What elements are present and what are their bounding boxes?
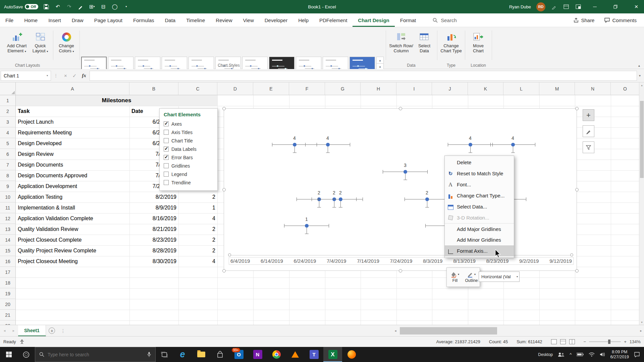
switch-row-column-button[interactable]: Switch Row/ Column bbox=[388, 29, 414, 61]
chart-resize-handle[interactable] bbox=[399, 107, 402, 110]
data-label[interactable]: 4 bbox=[464, 135, 477, 141]
collapse-ribbon-button[interactable]: ▴ bbox=[638, 64, 640, 67]
cell-date-row13[interactable]: 8/21/2019 bbox=[129, 224, 178, 235]
ribbon-tab[interactable]: Insert bbox=[43, 13, 66, 27]
context-menu-item[interactable]: Font... bbox=[445, 179, 514, 190]
gallery-scroll-up-button[interactable]: ▴ bbox=[376, 57, 384, 64]
autosave-pill[interactable]: Off bbox=[25, 4, 38, 9]
row-header-4[interactable]: 4 bbox=[0, 127, 16, 138]
column-header-N[interactable]: N bbox=[575, 82, 611, 95]
row-header-19[interactable]: 19 bbox=[0, 288, 16, 299]
context-menu-item[interactable]: 3-D Rotation... bbox=[445, 212, 514, 223]
cell-date-row10[interactable]: 8/2/2019 bbox=[129, 192, 178, 202]
taskbar-app-edge[interactable]: e bbox=[173, 347, 192, 362]
maximize-helper-icon[interactable] bbox=[575, 3, 582, 11]
checkbox[interactable] bbox=[164, 146, 169, 152]
show-hidden-icons-button[interactable]: ^ bbox=[570, 352, 572, 357]
column-header-O[interactable]: O bbox=[611, 82, 639, 95]
row-header-13[interactable]: 13 bbox=[0, 224, 16, 235]
vertical-scrollbar[interactable]: ▴ ▾ bbox=[639, 82, 644, 325]
cell-value-row16[interactable]: 4 bbox=[178, 256, 217, 267]
x-axis-label[interactable]: 6/14/2019 bbox=[261, 258, 283, 264]
cell-task-row13[interactable]: Quality Validation Review bbox=[16, 224, 129, 235]
sheet-tab-sheet1[interactable]: Sheet1 bbox=[18, 325, 46, 336]
horizontal-scrollbar-track[interactable] bbox=[398, 325, 638, 336]
cancel-entry-button[interactable]: × bbox=[64, 73, 67, 78]
row-header-6[interactable]: 6 bbox=[0, 149, 16, 160]
row-header-7[interactable]: 7 bbox=[0, 160, 16, 170]
column-header-L[interactable]: L bbox=[503, 82, 539, 95]
avatar[interactable]: RD bbox=[536, 2, 545, 11]
ribbon-tab[interactable]: Timeline bbox=[181, 13, 210, 27]
name-box-caret-icon[interactable]: ▾ bbox=[47, 74, 48, 77]
cell-task-row16[interactable]: Project Closeout Meeting bbox=[16, 256, 129, 267]
row-header-9[interactable]: 9 bbox=[0, 181, 16, 192]
row-header-21[interactable]: 21 bbox=[0, 310, 16, 320]
column-header-E[interactable]: E bbox=[253, 82, 289, 95]
new-sheet-button[interactable]: + bbox=[46, 325, 58, 336]
column-header-G[interactable]: G bbox=[325, 82, 361, 95]
x-axis-line[interactable] bbox=[231, 255, 572, 255]
row-header-3[interactable]: 3 bbox=[0, 117, 16, 127]
cell-task-row10[interactable]: Application Testing bbox=[16, 192, 129, 202]
row-header-14[interactable]: 14 bbox=[0, 235, 16, 245]
autosave-toggle[interactable]: AutoSave Off bbox=[4, 4, 38, 9]
page-break-view-button[interactable] bbox=[569, 339, 575, 344]
data-label[interactable]: 2 bbox=[334, 190, 347, 195]
chart-element-option[interactable]: Axis Titles bbox=[164, 128, 217, 136]
taskbar-app-teams[interactable]: T bbox=[305, 347, 323, 362]
cell-value-row15[interactable]: 2 bbox=[178, 245, 217, 256]
ribbon-tab[interactable]: Help bbox=[293, 13, 314, 27]
cell-value-row14[interactable]: 2 bbox=[178, 235, 217, 245]
scroll-right-button[interactable]: ▸ bbox=[638, 325, 644, 336]
row-header-18[interactable]: 18 bbox=[0, 278, 16, 288]
name-box[interactable]: Chart 1 ▾ bbox=[1, 71, 51, 81]
x-axis-labels[interactable]: 6/4/20196/14/20196/24/20197/4/20197/14/2… bbox=[229, 257, 574, 265]
formula-input[interactable] bbox=[90, 71, 637, 81]
volume-icon[interactable] bbox=[600, 352, 605, 357]
taskbar-app-firefox[interactable] bbox=[342, 347, 361, 362]
status-average[interactable]: Average: 21837.21429 bbox=[436, 339, 480, 344]
accessibility-icon[interactable] bbox=[19, 339, 24, 344]
horizontal-scrollbar[interactable]: ◂ ▸ bbox=[392, 325, 644, 336]
column-header-A[interactable]: A bbox=[16, 82, 129, 95]
ribbon-tab[interactable]: PDFelement bbox=[314, 13, 353, 27]
ribbon-tab[interactable]: Data bbox=[159, 13, 181, 27]
sheet-nav-right-button[interactable]: ▸ bbox=[9, 325, 18, 336]
outline-caret-icon[interactable]: ▾ bbox=[474, 273, 476, 276]
axis-selection-handle[interactable] bbox=[570, 253, 573, 256]
row-header-20[interactable]: 20 bbox=[0, 299, 16, 310]
cell-task-row5[interactable]: Design Developed bbox=[16, 138, 129, 149]
context-menu-item[interactable]: Select Data... bbox=[445, 201, 514, 212]
ribbon-tab[interactable]: Chart Design bbox=[353, 13, 394, 27]
x-axis-label[interactable]: 8/3/2019 bbox=[423, 258, 442, 264]
share-button[interactable]: Share bbox=[574, 17, 594, 23]
context-menu-item[interactable]: Reset to Match Style bbox=[445, 168, 514, 179]
microphone-icon[interactable] bbox=[147, 352, 151, 357]
ribbon-tab[interactable]: Format bbox=[395, 13, 422, 27]
column-header-H[interactable]: H bbox=[361, 82, 396, 95]
row-header-17[interactable]: 17 bbox=[0, 267, 16, 278]
cell-task-row14[interactable]: Project Closeout Complete bbox=[16, 235, 129, 245]
checkbox[interactable] bbox=[164, 138, 169, 143]
scroll-up-button[interactable]: ▴ bbox=[639, 82, 644, 88]
chart-resize-handle[interactable] bbox=[399, 269, 402, 273]
data-label[interactable]: 2 bbox=[312, 190, 326, 195]
x-axis-label[interactable]: 8/13/2019 bbox=[453, 258, 476, 264]
chart-resize-handle[interactable] bbox=[222, 107, 226, 110]
x-axis-label[interactable]: 9/2/2019 bbox=[519, 258, 539, 264]
taskbar-app-onenote[interactable]: N bbox=[248, 347, 267, 362]
x-axis-label[interactable]: 9/12/2019 bbox=[549, 258, 572, 264]
zoom-in-button[interactable]: + bbox=[624, 339, 627, 344]
chart-resize-handle[interactable] bbox=[575, 107, 579, 110]
checkbox[interactable] bbox=[164, 180, 169, 185]
confirm-entry-button[interactable]: ✓ bbox=[72, 73, 77, 79]
cell-date-row12[interactable]: 8/16/2019 bbox=[129, 213, 178, 224]
quick-layout-button[interactable]: Quick Layout ▾ bbox=[30, 29, 51, 61]
ribbon-tab[interactable]: Home bbox=[19, 13, 43, 27]
taskbar-search-input[interactable] bbox=[48, 352, 144, 357]
ribbon-tab[interactable]: Formulas bbox=[128, 13, 160, 27]
chart-element-option[interactable]: Chart Title bbox=[164, 136, 217, 145]
x-axis-label[interactable]: 6/4/2019 bbox=[230, 258, 250, 264]
status-count[interactable]: Count: 45 bbox=[489, 339, 508, 344]
